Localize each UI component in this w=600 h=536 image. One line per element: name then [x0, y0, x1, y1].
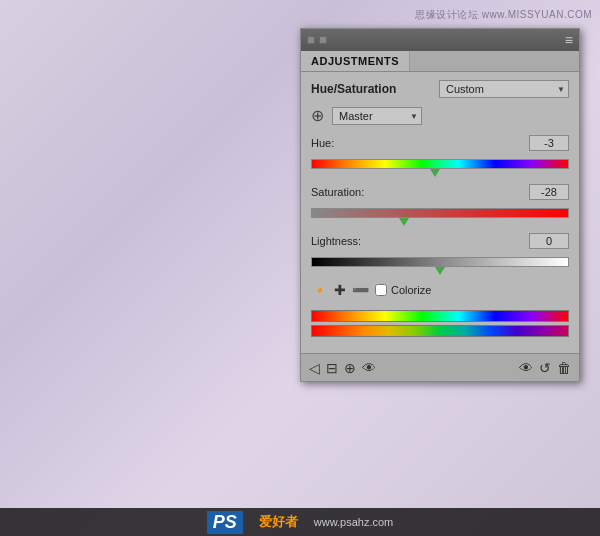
- eyedropper-icon-3[interactable]: ➖: [352, 282, 369, 298]
- ps-logo: PS: [207, 511, 243, 534]
- saturation-label: Saturation:: [311, 186, 364, 198]
- channel-select[interactable]: Master Reds Yellows Greens Cyans Blues M…: [332, 107, 422, 125]
- preset-select-wrapper: Custom Default Cyanotype: [439, 80, 569, 98]
- globe-icon[interactable]: ⊕: [344, 360, 356, 376]
- hs-header: Hue/Saturation Custom Default Cyanotype: [311, 80, 569, 98]
- panel-bottom: ◁ ⊟ ⊕ 👁 👁 ↺ 🗑: [301, 353, 579, 381]
- hs-title: Hue/Saturation: [311, 82, 396, 96]
- lightness-value-input[interactable]: [529, 233, 569, 249]
- colorize-text: Colorize: [391, 284, 431, 296]
- eye-icon-right[interactable]: 👁: [519, 360, 533, 376]
- color-bars: [311, 310, 569, 337]
- target-adjust-icon[interactable]: ⊕: [311, 106, 324, 125]
- colorize-checkbox[interactable]: [375, 284, 387, 296]
- hue-label: Hue:: [311, 137, 334, 149]
- saturation-slider-container[interactable]: [311, 203, 569, 223]
- tab-adjustments[interactable]: ADJUSTMENTS: [301, 51, 410, 71]
- bottom-icons-right: 👁 ↺ 🗑: [519, 360, 571, 376]
- saturation-track[interactable]: [311, 208, 569, 218]
- panel-body: Hue/Saturation Custom Default Cyanotype …: [301, 72, 579, 353]
- saturation-slider-row: Saturation:: [311, 184, 569, 223]
- delete-icon[interactable]: 🗑: [557, 360, 571, 376]
- watermark-bottom: PS 爱好者 www.psahz.com: [0, 508, 600, 536]
- watermark-site: www.psahz.com: [314, 516, 393, 528]
- panel-titlebar: ≡: [301, 29, 579, 51]
- channel-select-wrapper: Master Reds Yellows Greens Cyans Blues M…: [332, 107, 422, 125]
- lightness-track[interactable]: [311, 257, 569, 267]
- saturation-label-row: Saturation:: [311, 184, 569, 200]
- color-bar-adjusted: [311, 325, 569, 337]
- saturation-thumb[interactable]: [399, 218, 409, 226]
- layer-icon[interactable]: ⊟: [326, 360, 338, 376]
- panel-controls: [307, 36, 327, 44]
- bottom-icons-left: ◁ ⊟ ⊕ 👁: [309, 360, 376, 376]
- back-icon[interactable]: ◁: [309, 360, 320, 376]
- reset-icon[interactable]: ↺: [539, 360, 551, 376]
- hue-label-row: Hue:: [311, 135, 569, 151]
- panel-tab-bar: ADJUSTMENTS: [301, 51, 579, 72]
- hue-slider-container[interactable]: [311, 154, 569, 174]
- hue-slider-row: Hue:: [311, 135, 569, 174]
- eye-icon-left[interactable]: 👁: [362, 360, 376, 376]
- tools-row: 🔸 ✚ ➖ Colorize: [311, 282, 569, 298]
- hue-thumb[interactable]: [430, 169, 440, 177]
- panel-expand-btn[interactable]: [319, 36, 327, 44]
- saturation-value-input[interactable]: [529, 184, 569, 200]
- eyedropper-icon-1[interactable]: 🔸: [311, 282, 328, 298]
- preset-select[interactable]: Custom Default Cyanotype: [439, 80, 569, 98]
- lightness-slider-container[interactable]: [311, 252, 569, 272]
- colorize-label[interactable]: Colorize: [375, 284, 431, 296]
- lightness-label-row: Lightness:: [311, 233, 569, 249]
- hue-value-input[interactable]: [529, 135, 569, 151]
- lightness-thumb[interactable]: [435, 267, 445, 275]
- watermark-love-text: 爱好者: [259, 513, 298, 531]
- adjustments-panel: ≡ ADJUSTMENTS Hue/Saturation Custom Defa…: [300, 28, 580, 382]
- channel-row: ⊕ Master Reds Yellows Greens Cyans Blues…: [311, 106, 569, 125]
- eyedropper-icon-2[interactable]: ✚: [334, 282, 346, 298]
- lightness-label: Lightness:: [311, 235, 361, 247]
- panel-collapse-btn[interactable]: [307, 36, 315, 44]
- color-bar-original: [311, 310, 569, 322]
- hue-track[interactable]: [311, 159, 569, 169]
- panel-menu-icon[interactable]: ≡: [565, 32, 573, 48]
- watermark-top: 思缘设计论坛 www.MISSYUAN.COM: [415, 8, 592, 22]
- lightness-slider-row: Lightness:: [311, 233, 569, 272]
